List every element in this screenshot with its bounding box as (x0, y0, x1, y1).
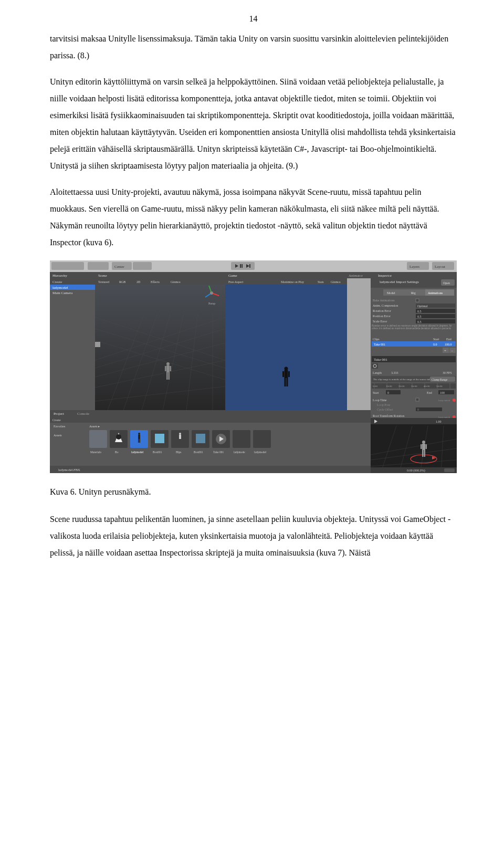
svg-rect-62 (225, 272, 347, 410)
svg-text:Bo: Bo (115, 451, 119, 454)
svg-rect-35 (95, 285, 225, 410)
svg-text:The clip range is outside of t: The clip range is outside of the range o… (373, 378, 432, 381)
svg-rect-208 (155, 434, 164, 443)
svg-text:Loop Time: Loop Time (373, 399, 387, 402)
svg-text:0.5: 0.5 (417, 320, 422, 323)
svg-text:Free Aspect: Free Aspect (228, 280, 244, 284)
svg-rect-198 (89, 430, 107, 448)
svg-text:Inspector: Inspector (378, 274, 392, 278)
svg-text:Gizmos: Gizmos (331, 280, 341, 284)
svg-rect-13 (249, 264, 250, 268)
svg-text:Clamp Range: Clamp Range (432, 378, 448, 381)
svg-rect-7 (133, 262, 152, 270)
svg-rect-63 (225, 272, 347, 278)
svg-rect-218 (253, 430, 271, 448)
svg-rect-57 (166, 372, 168, 380)
paragraph-2: Unityn editorin käyttöliittymä on varsin… (50, 74, 457, 174)
svg-rect-100 (416, 314, 455, 318)
svg-point-53 (210, 291, 213, 295)
svg-text:2D: 2D (136, 280, 141, 284)
svg-rect-192 (50, 416, 371, 423)
svg-rect-3 (88, 262, 109, 270)
svg-text:Loop Pose: Loop Pose (377, 403, 391, 406)
svg-text:Stats: Stats (318, 280, 324, 284)
svg-rect-92 (416, 299, 419, 302)
figure-caption: Kuva 6. Unityn perusnäkymä. (50, 484, 457, 500)
svg-text:Create: Create (52, 418, 61, 422)
svg-text:End: End (427, 391, 432, 394)
svg-text:Take 001: Take 001 (213, 451, 224, 454)
svg-rect-206 (139, 439, 140, 443)
svg-text:ladymode: ladymode (234, 451, 245, 454)
unity-screenshot: Center Local Layers Layout Hierarchy Cre… (50, 260, 457, 473)
paragraph-1: tarvitsisi maksaa Unitylle lisenssimaksu… (50, 30, 457, 64)
svg-point-151 (453, 399, 456, 402)
svg-rect-11 (242, 264, 243, 268)
svg-text:Materials: Materials (90, 451, 101, 454)
svg-text:40:00: 40:00 (424, 385, 430, 388)
svg-rect-61 (95, 342, 100, 347)
svg-rect-74 (282, 371, 284, 377)
svg-text:End: End (446, 338, 452, 341)
svg-text:Open: Open (443, 281, 450, 285)
svg-text:loop match: loop match (438, 399, 450, 402)
svg-rect-231 (371, 418, 457, 424)
svg-rect-228 (50, 466, 371, 473)
svg-rect-58 (169, 372, 170, 380)
svg-text:Anim. Compression: Anim. Compression (373, 304, 398, 307)
svg-text:Start: Start (373, 391, 379, 394)
svg-rect-72 (285, 378, 286, 386)
svg-text:20:00: 20:00 (398, 385, 405, 388)
svg-text:3.333: 3.333 (391, 371, 398, 374)
svg-text:Length: Length (373, 371, 382, 374)
svg-rect-189 (50, 410, 371, 416)
svg-text:Position Error: Position Error (373, 315, 391, 318)
svg-rect-245 (424, 450, 426, 457)
svg-text:Take 001: Take 001 (374, 358, 387, 362)
svg-text:0:00 (000.0%): 0:00 (000.0%) (407, 469, 425, 473)
svg-text:100.0: 100.0 (445, 343, 452, 346)
svg-text:+: + (444, 349, 446, 353)
svg-text:30 FPS: 30 FPS (443, 371, 452, 374)
svg-text:Bake Animations: Bake Animations (373, 299, 395, 302)
svg-text:Create: Create (52, 280, 62, 284)
svg-text:RGB: RGB (119, 280, 125, 284)
svg-text:Textured: Textured (98, 280, 109, 284)
svg-text:Take 001: Take 001 (374, 343, 385, 346)
svg-text:Model: Model (387, 291, 395, 295)
svg-text:Hierarchy: Hierarchy (52, 274, 67, 278)
paragraph-4: Scene ruudussa tapahtuu pelikentän luomi… (50, 511, 457, 561)
svg-text:ladymodel Import Settings: ladymodel Import Settings (380, 280, 419, 284)
svg-text:Root Transform Rotation: Root Transform Rotation (373, 414, 404, 417)
svg-text:Game: Game (228, 274, 237, 278)
svg-point-203 (138, 433, 140, 435)
svg-rect-60 (170, 366, 172, 371)
svg-text:Rotation Error: Rotation Error (373, 309, 391, 312)
svg-rect-75 (288, 371, 290, 377)
svg-text:ladymodel: ladymodel (254, 451, 267, 454)
svg-text:Main Camera: Main Camera (52, 291, 73, 295)
svg-text:Optimal: Optimal (417, 305, 428, 308)
svg-text:Favorites: Favorites (54, 425, 66, 428)
paragraph-3: Aloitettaessa uusi Unity-projekti, avaut… (50, 184, 457, 251)
svg-rect-27 (95, 272, 225, 278)
svg-rect-29 (95, 278, 225, 285)
svg-text:ladymodel.FBX: ladymodel.FBX (58, 468, 80, 472)
svg-text:Assets: Assets (54, 434, 62, 437)
svg-text:Animations: Animations (428, 291, 443, 295)
svg-text:Scene: Scene (98, 274, 107, 278)
svg-text:Box001: Box001 (153, 451, 162, 454)
svg-text:0: 0 (417, 408, 419, 411)
svg-text:Project: Project (54, 412, 64, 416)
svg-rect-211 (179, 435, 181, 439)
svg-point-242 (422, 441, 425, 444)
svg-text:Box001: Box001 (194, 451, 203, 454)
svg-rect-8 (231, 262, 255, 270)
svg-text:Assets ▸: Assets ▸ (89, 425, 100, 428)
svg-text:10:00: 10:00 (386, 385, 392, 388)
svg-point-55 (166, 362, 170, 365)
svg-text:0: 0 (387, 391, 389, 394)
svg-rect-243 (422, 444, 425, 450)
svg-text:1.00: 1.00 (436, 420, 442, 423)
svg-text:Persp: Persp (208, 302, 215, 305)
